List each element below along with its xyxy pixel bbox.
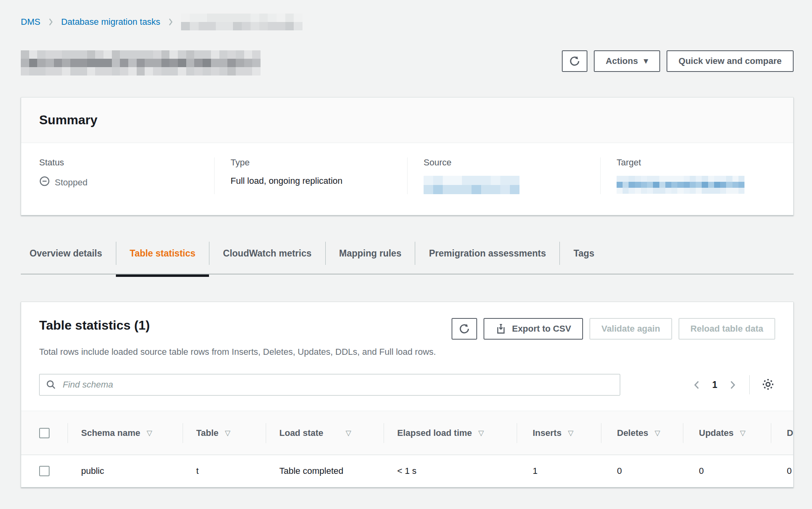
summary-source-column: Source — [407, 157, 600, 194]
breadcrumb-current-redacted — [181, 14, 303, 30]
column-header-table[interactable]: Table ▽ — [183, 411, 266, 455]
sort-icon[interactable]: ▽ — [655, 429, 660, 437]
actions-button-label: Actions — [606, 56, 638, 66]
cell-schema-name: public — [68, 455, 183, 487]
type-label: Type — [231, 157, 399, 168]
find-schema-input[interactable] — [39, 374, 620, 396]
sort-icon[interactable]: ▽ — [740, 429, 746, 437]
gear-icon — [761, 377, 775, 393]
column-label: D — [787, 428, 793, 438]
detail-tabs: Overview details Table statistics CloudW… — [21, 242, 794, 274]
summary-target-column: Target — [600, 157, 793, 194]
reload-table-data-label: Reload table data — [691, 324, 763, 334]
validate-again-button[interactable]: Validate again — [589, 318, 672, 340]
cell-load-state: Table completed — [266, 455, 384, 487]
target-label: Target — [617, 157, 785, 168]
table-toolbar: 1 — [39, 374, 775, 396]
column-header-inserts[interactable]: Inserts ▽ — [517, 411, 601, 455]
cell-updates: 0 — [683, 455, 771, 487]
column-header-updates[interactable]: Updates ▽ — [683, 411, 771, 455]
type-value: Full load, ongoing replication — [231, 176, 399, 186]
quick-view-compare-button[interactable]: Quick view and compare — [667, 50, 794, 72]
cell-ddls: 0 — [771, 455, 793, 487]
tab-mapping-rules[interactable]: Mapping rules — [325, 242, 415, 265]
quick-view-compare-label: Quick view and compare — [679, 56, 782, 66]
validate-again-label: Validate again — [601, 324, 660, 334]
column-header-deletes[interactable]: Deletes ▽ — [601, 411, 683, 455]
chevron-right-icon — [46, 17, 56, 27]
column-label: Inserts — [533, 428, 561, 438]
select-all-checkbox[interactable] — [39, 428, 50, 438]
pagination: 1 — [691, 375, 775, 394]
sort-icon[interactable]: ▽ — [568, 429, 573, 437]
summary-type-column: Type Full load, ongoing replication — [214, 157, 407, 194]
table-statistics-card: Table statistics (1) Export to CSV — [21, 302, 794, 487]
tab-premigration-assessments[interactable]: Premigration assessments — [415, 242, 559, 265]
table-row: public t Table completed < 1 s 1 0 0 0 — [21, 455, 793, 487]
download-icon — [496, 324, 506, 334]
reload-table-data-button[interactable]: Reload table data — [679, 318, 775, 340]
select-row-checkbox[interactable] — [39, 466, 50, 476]
tab-tags[interactable]: Tags — [559, 242, 608, 265]
column-label: Updates — [699, 428, 734, 438]
caret-down-icon: ▼ — [643, 58, 648, 65]
summary-grid: Status Stopped Type Full load, ongoing r… — [21, 143, 793, 215]
next-page-button[interactable] — [727, 379, 738, 390]
sort-icon[interactable]: ▽ — [225, 429, 231, 437]
page-content: DMS Database migration tasks Actions ▼ Q… — [21, 14, 794, 487]
column-header-ddls-truncated[interactable]: D — [771, 411, 793, 455]
column-label: Deletes — [617, 428, 648, 438]
sort-icon[interactable]: ▽ — [478, 429, 484, 437]
sort-icon[interactable]: ▽ — [346, 429, 351, 437]
actions-button[interactable]: Actions ▼ — [594, 50, 660, 72]
table-statistics-title: Table statistics (1) — [39, 318, 150, 333]
refresh-icon — [569, 55, 581, 67]
tab-cloudwatch-metrics[interactable]: CloudWatch metrics — [209, 242, 325, 265]
breadcrumb-link-migration-tasks[interactable]: Database migration tasks — [61, 17, 160, 27]
summary-card-header: Summary — [21, 97, 793, 143]
column-label: Table — [196, 428, 219, 438]
pager-divider — [749, 375, 750, 394]
table-statistics-header: Table statistics (1) Export to CSV — [39, 318, 775, 340]
previous-page-button[interactable] — [691, 379, 703, 390]
column-header-elapsed-load-time[interactable]: Elapsed load time ▽ — [384, 411, 517, 455]
stopped-status-icon — [39, 176, 50, 189]
export-to-csv-label: Export to CSV — [512, 324, 571, 334]
column-label: Load state — [279, 428, 323, 438]
cell-table: t — [183, 455, 266, 487]
target-endpoint-link-redacted[interactable] — [617, 176, 744, 194]
table-statistics-table: Schema name ▽ Table ▽ Load state ▽ Elaps… — [21, 411, 793, 487]
column-header-load-state[interactable]: Load state ▽ — [266, 411, 384, 455]
column-header-schema-name[interactable]: Schema name ▽ — [68, 411, 183, 455]
page-header: Actions ▼ Quick view and compare — [21, 50, 794, 76]
breadcrumb-link-dms[interactable]: DMS — [21, 17, 40, 27]
summary-status-column: Status Stopped — [21, 157, 214, 194]
cell-inserts: 1 — [517, 455, 601, 487]
summary-card: Summary Status Stopped Type Full load, o… — [21, 97, 794, 215]
cell-elapsed-load-time: < 1 s — [384, 455, 517, 487]
table-statistics-actions: Export to CSV Validate again Reload tabl… — [452, 318, 775, 340]
page-number-button[interactable]: 1 — [712, 380, 717, 390]
breadcrumb: DMS Database migration tasks — [21, 14, 794, 30]
tab-overview-details[interactable]: Overview details — [21, 242, 116, 265]
refresh-icon — [458, 323, 470, 335]
task-name-redacted — [21, 50, 261, 76]
search-icon — [46, 379, 57, 392]
table-header-row: Schema name ▽ Table ▽ Load state ▽ Elaps… — [21, 411, 793, 455]
table-statistics-description: Total rows include loaded source table r… — [39, 347, 775, 357]
sort-icon[interactable]: ▽ — [147, 429, 152, 437]
export-to-csv-button[interactable]: Export to CSV — [484, 318, 583, 340]
column-label: Schema name — [81, 428, 140, 438]
refresh-button[interactable] — [562, 50, 587, 72]
chevron-right-icon — [166, 17, 175, 27]
cell-deletes: 0 — [601, 455, 683, 487]
summary-title: Summary — [39, 113, 775, 127]
table-settings-button[interactable] — [761, 377, 775, 393]
tab-table-statistics[interactable]: Table statistics — [116, 242, 209, 265]
status-value: Stopped — [55, 177, 88, 188]
source-endpoint-link-redacted[interactable] — [424, 176, 519, 194]
header-actions: Actions ▼ Quick view and compare — [562, 50, 794, 72]
table-refresh-button[interactable] — [452, 318, 477, 340]
status-label: Status — [39, 157, 206, 168]
source-label: Source — [424, 157, 592, 168]
